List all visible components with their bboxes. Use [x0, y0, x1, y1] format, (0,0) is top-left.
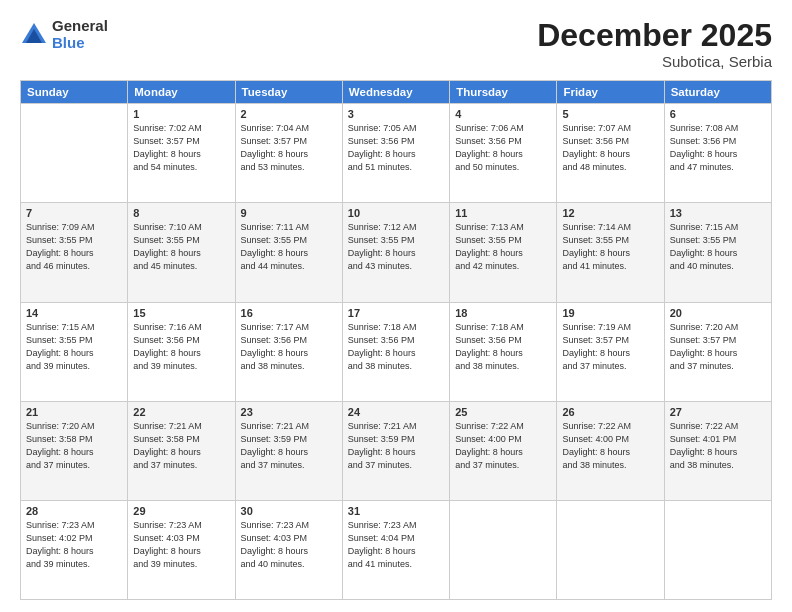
day-number: 26	[562, 406, 658, 418]
calendar-cell: 9Sunrise: 7:11 AM Sunset: 3:55 PM Daylig…	[235, 203, 342, 302]
calendar-cell: 6Sunrise: 7:08 AM Sunset: 3:56 PM Daylig…	[664, 104, 771, 203]
day-number: 27	[670, 406, 766, 418]
weekday-header-thursday: Thursday	[450, 81, 557, 104]
calendar-cell: 12Sunrise: 7:14 AM Sunset: 3:55 PM Dayli…	[557, 203, 664, 302]
day-number: 9	[241, 207, 337, 219]
day-number: 16	[241, 307, 337, 319]
calendar-cell: 13Sunrise: 7:15 AM Sunset: 3:55 PM Dayli…	[664, 203, 771, 302]
header: General Blue December 2025 Subotica, Ser…	[20, 18, 772, 70]
day-number: 19	[562, 307, 658, 319]
logo: General Blue	[20, 18, 108, 51]
calendar-cell	[21, 104, 128, 203]
day-info: Sunrise: 7:06 AM Sunset: 3:56 PM Dayligh…	[455, 122, 551, 174]
calendar-cell: 22Sunrise: 7:21 AM Sunset: 3:58 PM Dayli…	[128, 401, 235, 500]
logo-text: General Blue	[52, 18, 108, 51]
day-info: Sunrise: 7:13 AM Sunset: 3:55 PM Dayligh…	[455, 221, 551, 273]
calendar-cell: 4Sunrise: 7:06 AM Sunset: 3:56 PM Daylig…	[450, 104, 557, 203]
day-info: Sunrise: 7:23 AM Sunset: 4:04 PM Dayligh…	[348, 519, 444, 571]
calendar-week-5: 28Sunrise: 7:23 AM Sunset: 4:02 PM Dayli…	[21, 500, 772, 599]
calendar-cell: 8Sunrise: 7:10 AM Sunset: 3:55 PM Daylig…	[128, 203, 235, 302]
day-number: 11	[455, 207, 551, 219]
day-info: Sunrise: 7:12 AM Sunset: 3:55 PM Dayligh…	[348, 221, 444, 273]
day-number: 18	[455, 307, 551, 319]
calendar-cell: 15Sunrise: 7:16 AM Sunset: 3:56 PM Dayli…	[128, 302, 235, 401]
weekday-header-sunday: Sunday	[21, 81, 128, 104]
calendar-cell: 17Sunrise: 7:18 AM Sunset: 3:56 PM Dayli…	[342, 302, 449, 401]
location-subtitle: Subotica, Serbia	[537, 53, 772, 70]
day-number: 14	[26, 307, 122, 319]
weekday-header-row: SundayMondayTuesdayWednesdayThursdayFrid…	[21, 81, 772, 104]
day-number: 20	[670, 307, 766, 319]
day-number: 22	[133, 406, 229, 418]
day-info: Sunrise: 7:09 AM Sunset: 3:55 PM Dayligh…	[26, 221, 122, 273]
day-info: Sunrise: 7:21 AM Sunset: 3:59 PM Dayligh…	[348, 420, 444, 472]
calendar-cell: 30Sunrise: 7:23 AM Sunset: 4:03 PM Dayli…	[235, 500, 342, 599]
calendar-cell: 3Sunrise: 7:05 AM Sunset: 3:56 PM Daylig…	[342, 104, 449, 203]
day-info: Sunrise: 7:02 AM Sunset: 3:57 PM Dayligh…	[133, 122, 229, 174]
weekday-header-friday: Friday	[557, 81, 664, 104]
day-number: 6	[670, 108, 766, 120]
day-info: Sunrise: 7:20 AM Sunset: 3:57 PM Dayligh…	[670, 321, 766, 373]
month-title: December 2025	[537, 18, 772, 53]
calendar-cell: 31Sunrise: 7:23 AM Sunset: 4:04 PM Dayli…	[342, 500, 449, 599]
day-info: Sunrise: 7:16 AM Sunset: 3:56 PM Dayligh…	[133, 321, 229, 373]
day-number: 4	[455, 108, 551, 120]
calendar-cell: 18Sunrise: 7:18 AM Sunset: 3:56 PM Dayli…	[450, 302, 557, 401]
page: General Blue December 2025 Subotica, Ser…	[0, 0, 792, 612]
day-number: 31	[348, 505, 444, 517]
weekday-header-monday: Monday	[128, 81, 235, 104]
calendar-cell: 2Sunrise: 7:04 AM Sunset: 3:57 PM Daylig…	[235, 104, 342, 203]
day-number: 21	[26, 406, 122, 418]
calendar-cell: 21Sunrise: 7:20 AM Sunset: 3:58 PM Dayli…	[21, 401, 128, 500]
day-info: Sunrise: 7:21 AM Sunset: 3:58 PM Dayligh…	[133, 420, 229, 472]
calendar-cell: 5Sunrise: 7:07 AM Sunset: 3:56 PM Daylig…	[557, 104, 664, 203]
day-number: 25	[455, 406, 551, 418]
day-number: 2	[241, 108, 337, 120]
calendar-cell: 7Sunrise: 7:09 AM Sunset: 3:55 PM Daylig…	[21, 203, 128, 302]
calendar-week-3: 14Sunrise: 7:15 AM Sunset: 3:55 PM Dayli…	[21, 302, 772, 401]
day-number: 15	[133, 307, 229, 319]
logo-icon	[20, 21, 48, 49]
weekday-header-wednesday: Wednesday	[342, 81, 449, 104]
calendar-cell: 16Sunrise: 7:17 AM Sunset: 3:56 PM Dayli…	[235, 302, 342, 401]
calendar-cell: 10Sunrise: 7:12 AM Sunset: 3:55 PM Dayli…	[342, 203, 449, 302]
day-number: 7	[26, 207, 122, 219]
logo-general: General	[52, 18, 108, 35]
day-info: Sunrise: 7:21 AM Sunset: 3:59 PM Dayligh…	[241, 420, 337, 472]
calendar-cell	[450, 500, 557, 599]
day-info: Sunrise: 7:14 AM Sunset: 3:55 PM Dayligh…	[562, 221, 658, 273]
logo-blue: Blue	[52, 35, 108, 52]
day-info: Sunrise: 7:23 AM Sunset: 4:02 PM Dayligh…	[26, 519, 122, 571]
day-info: Sunrise: 7:04 AM Sunset: 3:57 PM Dayligh…	[241, 122, 337, 174]
day-number: 29	[133, 505, 229, 517]
day-info: Sunrise: 7:15 AM Sunset: 3:55 PM Dayligh…	[670, 221, 766, 273]
day-info: Sunrise: 7:18 AM Sunset: 3:56 PM Dayligh…	[455, 321, 551, 373]
calendar-cell: 28Sunrise: 7:23 AM Sunset: 4:02 PM Dayli…	[21, 500, 128, 599]
day-number: 30	[241, 505, 337, 517]
day-number: 23	[241, 406, 337, 418]
day-info: Sunrise: 7:07 AM Sunset: 3:56 PM Dayligh…	[562, 122, 658, 174]
calendar-cell	[664, 500, 771, 599]
day-info: Sunrise: 7:20 AM Sunset: 3:58 PM Dayligh…	[26, 420, 122, 472]
calendar-cell: 25Sunrise: 7:22 AM Sunset: 4:00 PM Dayli…	[450, 401, 557, 500]
day-info: Sunrise: 7:22 AM Sunset: 4:00 PM Dayligh…	[562, 420, 658, 472]
day-info: Sunrise: 7:17 AM Sunset: 3:56 PM Dayligh…	[241, 321, 337, 373]
day-number: 8	[133, 207, 229, 219]
day-info: Sunrise: 7:18 AM Sunset: 3:56 PM Dayligh…	[348, 321, 444, 373]
day-info: Sunrise: 7:23 AM Sunset: 4:03 PM Dayligh…	[241, 519, 337, 571]
calendar-cell: 24Sunrise: 7:21 AM Sunset: 3:59 PM Dayli…	[342, 401, 449, 500]
calendar-cell: 14Sunrise: 7:15 AM Sunset: 3:55 PM Dayli…	[21, 302, 128, 401]
calendar-week-1: 1Sunrise: 7:02 AM Sunset: 3:57 PM Daylig…	[21, 104, 772, 203]
day-number: 13	[670, 207, 766, 219]
day-number: 10	[348, 207, 444, 219]
calendar-cell: 20Sunrise: 7:20 AM Sunset: 3:57 PM Dayli…	[664, 302, 771, 401]
calendar-cell: 26Sunrise: 7:22 AM Sunset: 4:00 PM Dayli…	[557, 401, 664, 500]
calendar-week-4: 21Sunrise: 7:20 AM Sunset: 3:58 PM Dayli…	[21, 401, 772, 500]
day-number: 28	[26, 505, 122, 517]
calendar-cell: 23Sunrise: 7:21 AM Sunset: 3:59 PM Dayli…	[235, 401, 342, 500]
calendar-cell	[557, 500, 664, 599]
day-info: Sunrise: 7:05 AM Sunset: 3:56 PM Dayligh…	[348, 122, 444, 174]
day-info: Sunrise: 7:22 AM Sunset: 4:00 PM Dayligh…	[455, 420, 551, 472]
calendar-week-2: 7Sunrise: 7:09 AM Sunset: 3:55 PM Daylig…	[21, 203, 772, 302]
calendar-cell: 11Sunrise: 7:13 AM Sunset: 3:55 PM Dayli…	[450, 203, 557, 302]
